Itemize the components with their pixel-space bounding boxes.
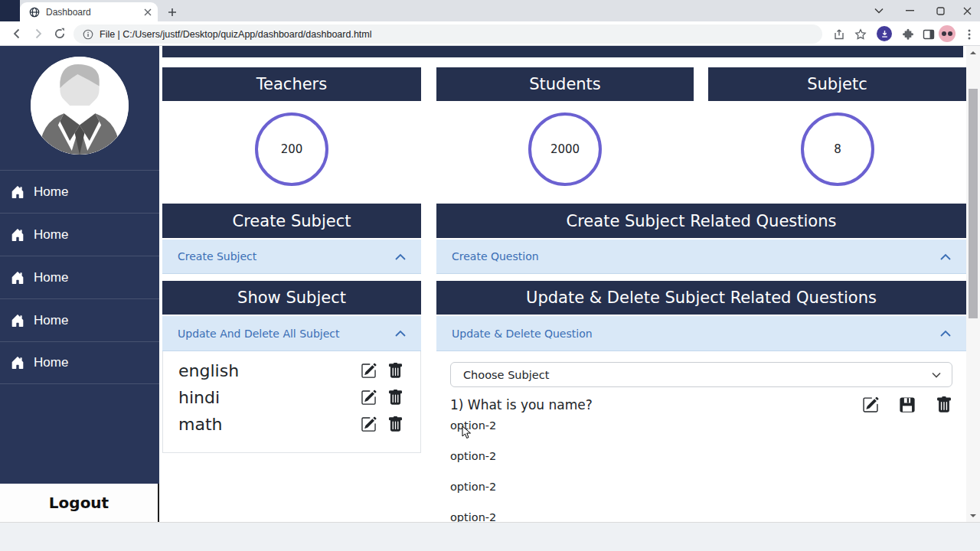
chevron-up-icon xyxy=(940,253,951,260)
address-bar[interactable]: File | C:/Users/justf/Desktop/quizApp/da… xyxy=(74,24,822,44)
sidebar-item-label: Home xyxy=(34,184,68,200)
tab-search-chevron-icon[interactable] xyxy=(864,0,894,21)
share-icon[interactable] xyxy=(828,24,850,45)
side-panel-icon[interactable] xyxy=(918,24,939,45)
subjects-card-header: Subjetc xyxy=(708,67,966,101)
chevron-up-icon xyxy=(940,330,951,337)
students-count-circle: 2000 xyxy=(528,112,602,186)
scrollbar-thumb[interactable] xyxy=(969,89,978,318)
create-question-accordion[interactable]: Create Question xyxy=(436,240,966,274)
tab-close-icon[interactable] xyxy=(144,8,152,16)
edit-icon[interactable] xyxy=(862,396,879,413)
delete-icon[interactable] xyxy=(936,396,952,413)
option-item[interactable]: option-2 xyxy=(450,419,496,432)
home-icon xyxy=(11,228,24,242)
subject-row: math xyxy=(163,411,420,438)
sidebar-item-home-5[interactable]: Home xyxy=(0,341,159,384)
logout-button[interactable]: Logout xyxy=(0,484,159,522)
globe-favicon-icon xyxy=(29,7,40,18)
new-tab-button[interactable] xyxy=(164,4,181,21)
delete-icon[interactable] xyxy=(387,363,403,379)
subject-row: hindi xyxy=(163,384,420,411)
subject-select[interactable]: Choose Subject xyxy=(450,362,952,387)
create-subject-header: Create Subject xyxy=(162,204,421,238)
update-questions-header: Update & Delete Subject Related Question… xyxy=(436,281,966,315)
create-subject-accordion[interactable]: Create Subject xyxy=(162,240,421,274)
browser-tab-bar: Dashboard xyxy=(0,0,980,21)
delete-icon[interactable] xyxy=(387,416,403,432)
download-icon[interactable] xyxy=(877,26,892,41)
delete-icon[interactable] xyxy=(387,390,403,406)
profile-avatar[interactable] xyxy=(939,25,956,42)
home-icon xyxy=(11,314,24,328)
create-questions-header: Create Subject Related Questions xyxy=(436,204,966,238)
sidebar-item-home-3[interactable]: Home xyxy=(0,256,159,298)
chevron-up-icon xyxy=(395,330,406,337)
teachers-count-circle: 200 xyxy=(255,112,328,186)
sidebar-item-label: Home xyxy=(34,313,68,328)
reload-button[interactable] xyxy=(49,23,70,44)
taskbar xyxy=(0,522,980,551)
avatar-eye-left xyxy=(942,31,946,36)
person-avatar-image xyxy=(31,57,129,155)
accordion-label: Create Subject xyxy=(178,250,256,262)
avatar-eye-right xyxy=(948,31,952,36)
sidebar-item-label: Home xyxy=(34,227,68,243)
scrolled-header-strip xyxy=(162,46,963,57)
question-row: 1) What is you name? xyxy=(450,394,952,416)
subject-row: english xyxy=(163,357,420,384)
update-delete-question-accordion[interactable]: Update & Delete Question xyxy=(436,316,966,351)
subject-name: english xyxy=(178,361,239,380)
window-minimize-button[interactable] xyxy=(894,0,925,21)
subject-name: math xyxy=(178,415,222,434)
home-icon xyxy=(11,271,24,285)
back-button[interactable] xyxy=(6,23,28,44)
url-text: File | C:/Users/justf/Desktop/quizApp/da… xyxy=(100,29,372,40)
extensions-puzzle-icon[interactable] xyxy=(897,24,919,45)
edit-icon[interactable] xyxy=(361,390,377,406)
select-value: Choose Subject xyxy=(463,369,549,381)
window-maximize-button[interactable] xyxy=(925,0,956,21)
edit-icon[interactable] xyxy=(361,363,377,379)
window-edge xyxy=(0,0,20,21)
window-close-button[interactable] xyxy=(952,0,980,21)
teachers-card-header: Teachers xyxy=(162,67,421,101)
students-card-header: Students xyxy=(436,67,694,101)
home-icon xyxy=(11,356,24,370)
sidebar-item-home-4[interactable]: Home xyxy=(0,298,159,341)
tab-title: Dashboard xyxy=(46,7,144,18)
info-icon[interactable] xyxy=(83,29,93,40)
subject-list: english hindi math xyxy=(162,351,421,453)
update-delete-subject-accordion[interactable]: Update And Delete All Subject xyxy=(162,316,421,351)
browser-tab[interactable]: Dashboard xyxy=(20,2,158,21)
sidebar-item-home-1[interactable]: Home xyxy=(0,170,159,213)
option-item[interactable]: option-2 xyxy=(450,450,496,462)
sidebar-item-label: Home xyxy=(34,270,68,285)
screen: Dashboard File | C:/Users/j xyxy=(0,0,980,551)
sidebar-menu: Home Home Home Home Home xyxy=(0,170,159,384)
accordion-label: Update And Delete All Subject xyxy=(178,328,340,340)
mouse-cursor xyxy=(462,425,472,439)
save-icon[interactable] xyxy=(899,396,916,413)
menu-kebab-icon[interactable] xyxy=(959,24,980,45)
show-subject-header: Show Subject xyxy=(162,281,421,315)
subjects-count-circle: 8 xyxy=(801,112,874,186)
sidebar-item-label: Home xyxy=(34,355,68,370)
edit-icon[interactable] xyxy=(361,416,377,432)
chevron-up-icon xyxy=(395,253,406,260)
chevron-down-icon xyxy=(932,372,941,378)
question-text: 1) What is you name? xyxy=(450,397,593,412)
sidebar-item-home-2[interactable]: Home xyxy=(0,213,159,256)
user-avatar xyxy=(31,57,129,155)
forward-button[interactable] xyxy=(28,23,49,44)
scroll-up-icon[interactable] xyxy=(969,48,978,57)
scroll-down-icon[interactable] xyxy=(969,511,978,520)
subject-name: hindi xyxy=(178,388,220,407)
accordion-label: Update & Delete Question xyxy=(452,328,593,340)
plus-icon xyxy=(168,8,177,17)
bookmark-star-icon[interactable] xyxy=(850,24,871,45)
accordion-label: Create Question xyxy=(452,250,539,262)
option-item[interactable]: option-2 xyxy=(450,481,496,493)
home-icon xyxy=(11,185,24,199)
